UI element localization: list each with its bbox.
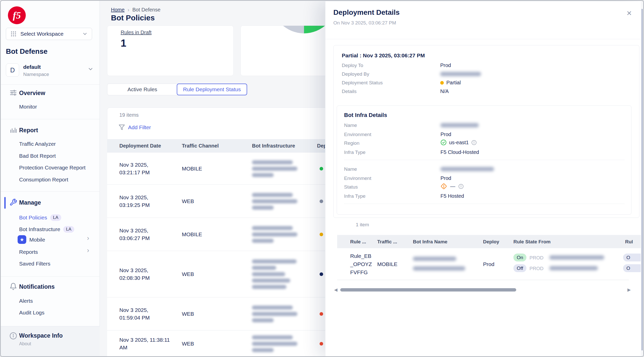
- items-count: 19 items: [119, 112, 139, 118]
- close-icon[interactable]: ✕: [626, 9, 632, 17]
- sidebar-item-mobile[interactable]: Mobile: [29, 237, 45, 243]
- column-header-rule-state-from[interactable]: Rule State From: [513, 239, 551, 245]
- divider: [1, 276, 100, 277]
- sidebar-item-protection-coverage-report[interactable]: Protection Coverage Report: [19, 165, 85, 171]
- tab-active-rules[interactable]: Active Rules: [107, 84, 177, 95]
- infra-type-value: F5 Hosted: [440, 193, 464, 199]
- la-badge: LA: [50, 214, 61, 221]
- deployment-status-dot: [320, 342, 323, 346]
- deployment-status-dot: [320, 312, 323, 316]
- column-header-deploy[interactable]: Deploy: [483, 239, 499, 245]
- sidebar-item-audit-logs[interactable]: Audit Logs: [19, 310, 44, 316]
- divider: [325, 39, 641, 39]
- info-circle-icon[interactable]: [471, 140, 477, 145]
- divider: [337, 280, 629, 280]
- deployment-date: Nov 3 2025, 01:59:04 PM: [119, 306, 170, 322]
- rule-state-env: PROD: [529, 255, 544, 261]
- deploy-value: Prod: [483, 261, 494, 267]
- name-label: Name: [344, 123, 357, 128]
- breadcrumb: Home›Bot Defense: [111, 7, 160, 13]
- environment-label: Environment: [344, 132, 371, 137]
- horizontal-scrollbar[interactable]: [340, 288, 516, 292]
- app-window: f5 Select Workspace Bot Defense D defaul…: [0, 0, 644, 357]
- column-header-rule[interactable]: Rule ...: [350, 239, 366, 245]
- workspace-selector[interactable]: Select Workspace: [6, 28, 92, 40]
- view-tabs: Active Rules Rule Deployment Status: [107, 84, 247, 95]
- name-label: Name: [344, 166, 357, 172]
- bell-icon: [9, 283, 17, 290]
- rules-in-draft-link[interactable]: Rules in Draft: [121, 30, 151, 35]
- deployment-date: Nov 3 2025, 11:38:11 AM: [119, 336, 170, 352]
- sidebar-item-reports[interactable]: Reports: [19, 249, 38, 255]
- sidebar-section-report[interactable]: Report: [19, 127, 38, 134]
- traffic-channel: WEB: [182, 271, 194, 277]
- infra-type-label: Infra Type: [344, 193, 365, 199]
- sidebar: f5 Select Workspace Bot Defense D defaul…: [1, 1, 100, 356]
- deployment-date: Nov 3 2025, 02:08:30 PM: [119, 266, 170, 282]
- sidebar-item-bot-infrastructure[interactable]: Bot InfrastructureLA: [19, 226, 74, 233]
- warning-diamond-icon: [440, 183, 447, 190]
- column-header-traffic[interactable]: Traffic ...: [377, 239, 397, 245]
- add-filter-button[interactable]: Add Filter: [119, 124, 151, 130]
- rule-name: FVFFG: [350, 269, 368, 275]
- namespace-type-label: Namespace: [23, 72, 49, 77]
- bot-infrastructure-redacted: [252, 257, 303, 291]
- column-header-traffic-channel[interactable]: Traffic Channel: [182, 143, 219, 149]
- column-header-bot-infra-name[interactable]: Bot Infra Name: [413, 239, 447, 245]
- grid-icon: [10, 31, 17, 37]
- scroll-right-icon[interactable]: ▶: [627, 287, 631, 293]
- traffic-channel: MOBILE: [377, 261, 397, 267]
- region-label: Region: [344, 140, 359, 146]
- deployment-status-label: Deployment Status: [342, 80, 383, 86]
- sidebar-item-saved-filters[interactable]: Saved Filters: [19, 261, 50, 267]
- funnel-icon: [119, 124, 125, 130]
- deployment-date: Nov 3 2025, 03:21:17 PM: [119, 161, 170, 176]
- details-label: Details: [342, 89, 357, 94]
- chevron-right-icon[interactable]: ›: [87, 234, 89, 242]
- column-header-deployment-date[interactable]: Deployment Date: [119, 143, 161, 149]
- deployed-by-label: Deployed By: [342, 71, 369, 77]
- namespace-name: default: [23, 64, 41, 70]
- scroll-left-icon[interactable]: ◀: [334, 287, 337, 293]
- rule-state-on-pill: On: [513, 254, 526, 261]
- workspace-info-section: Workspace Info About: [1, 326, 100, 356]
- tab-rule-deployment-status[interactable]: Rule Deployment Status: [177, 84, 247, 95]
- sidebar-item-about[interactable]: About: [19, 341, 31, 347]
- sidebar-section-notifications[interactable]: Notifications: [19, 283, 55, 290]
- panel-title: Deployment Details: [333, 8, 400, 17]
- sidebar-item-alerts[interactable]: Alerts: [19, 298, 33, 304]
- sidebar-item-consumption-report[interactable]: Consumption Report: [19, 177, 68, 183]
- page-edge-line: [642, 9, 642, 350]
- sidebar-section-manage[interactable]: Manage: [19, 199, 41, 206]
- sidebar-section-workspace-info[interactable]: Workspace Info: [19, 332, 63, 339]
- rule-state-to-pill-cut: O: [623, 254, 641, 261]
- bot-infra-details-card: Bot Infra Details Name Environment Prod …: [337, 105, 632, 215]
- rule-state-redacted: [549, 255, 604, 260]
- breadcrumb-current: Bot Defense: [132, 7, 160, 12]
- sidebar-item-monitor[interactable]: Monitor: [19, 104, 37, 110]
- column-header-rule-state-to[interactable]: Rul: [625, 239, 633, 245]
- sidebar-item-bad-bot-report[interactable]: Bad Bot Report: [19, 153, 56, 159]
- environment-label: Environment: [344, 176, 371, 181]
- deployment-summary-card: Partial : Nov 3 2025, 03:06:27 PM Deploy…: [333, 45, 639, 218]
- bot-infrastructure-redacted: [252, 158, 303, 179]
- namespace-chevron-down-icon[interactable]: [87, 66, 94, 72]
- divider: [344, 160, 625, 160]
- environment-value: Prod: [440, 175, 451, 181]
- bot-infra-name-redacted: [413, 257, 456, 261]
- sidebar-item-bot-policies[interactable]: Bot PoliciesLA: [19, 214, 61, 221]
- info-circle-icon[interactable]: [458, 184, 464, 189]
- partial-status-dot: [440, 81, 444, 85]
- sidebar-section-overview[interactable]: Overview: [19, 90, 45, 97]
- bot-infrastructure-redacted: [252, 224, 303, 245]
- deployment-date: Nov 3 2025, 03:19:25 PM: [119, 193, 170, 209]
- active-section-indicator: [4, 197, 6, 209]
- breadcrumb-home-link[interactable]: Home: [111, 7, 124, 12]
- mobile-star-icon: ★: [18, 235, 26, 244]
- column-header-bot-infrastructure[interactable]: Bot Infrastructure: [252, 143, 295, 149]
- status-value: —: [440, 183, 464, 190]
- divider: [1, 84, 100, 85]
- chevron-right-icon[interactable]: ›: [87, 246, 89, 254]
- sidebar-item-traffic-analyzer[interactable]: Traffic Analyzer: [19, 141, 56, 147]
- bar-chart-icon: [9, 126, 17, 134]
